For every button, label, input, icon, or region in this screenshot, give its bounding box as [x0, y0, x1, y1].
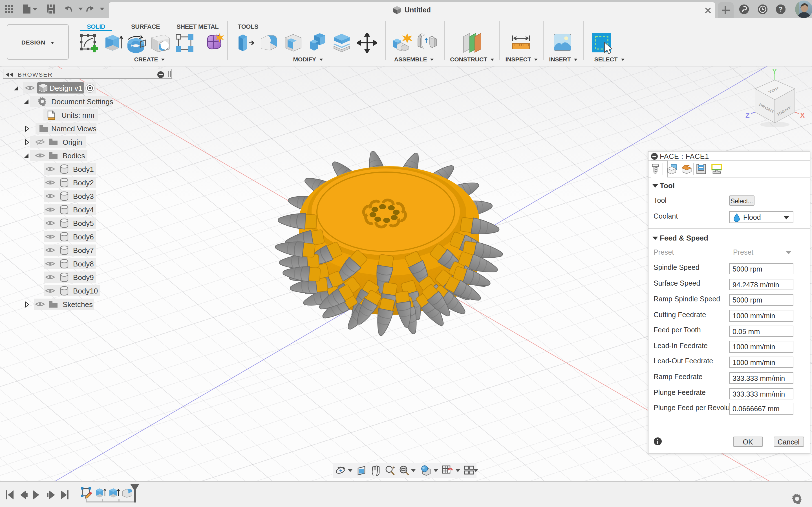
svg-text:?: ? [779, 5, 783, 13]
svg-text:+: + [339, 467, 342, 473]
svg-text:Y: Y [772, 68, 777, 75]
svg-text:Z: Z [746, 112, 750, 119]
svg-text:X: X [800, 112, 805, 119]
svg-text:±: ± [392, 465, 395, 470]
